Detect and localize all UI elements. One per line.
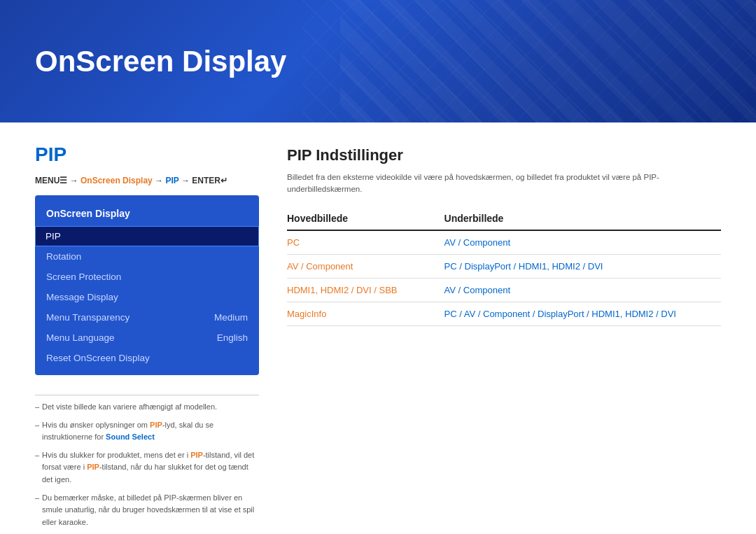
pip-table: Hovedbillede Underbillede PCAV / Compone… [287,209,721,326]
table-row: MagicInfoPC / AV / Component / DisplayPo… [287,302,721,325]
note-3: Hvis du slukker for produktet, mens det … [35,449,259,486]
onscreen-menu-title: OnScreen Display [35,202,259,226]
pip-description: Billedet fra den eksterne videokilde vil… [287,171,721,196]
menu-item-screen-protection[interactable]: Screen Protection [35,267,259,287]
header: OnScreen Display [0,0,756,122]
table-header-row: Hovedbillede Underbillede [287,209,721,230]
arrow1: → [70,176,80,185]
notes-section: Det viste billede kan variere afhængigt … [35,395,259,528]
note2-pip: PIP [150,421,162,429]
col1-header: Hovedbillede [287,209,416,230]
menu-item-menu-language-label: Menu Language [46,332,115,343]
osd-path-label: OnScreen Display [80,176,153,185]
table-row-3-col2: PC / AV / Component / DisplayPort / HDMI… [416,302,721,325]
menu-item-screen-protection-label: Screen Protection [46,272,121,282]
table-row-0-col2: AV / Component [416,230,721,255]
menu-item-menu-transparency[interactable]: Menu Transparency Medium [35,307,259,328]
header-decoration [302,0,756,122]
menu-path: MENU☰ → OnScreen Display → PIP → ENTER↵ [35,176,259,185]
menu-transparency-value: Medium [214,312,248,323]
table-row: HDMI1, HDMI2 / DVI / SBBAV / Component [287,278,721,302]
table-row-2-col2: AV / Component [416,278,721,302]
menu-language-value: English [217,332,248,343]
menu-item-rotation-label: Rotation [46,251,81,262]
table-row-3-col1: MagicInfo [287,302,416,325]
note3-pip1: PIP [190,451,203,459]
table-row: AV / ComponentPC / DisplayPort / HDMI1, … [287,254,721,278]
menu-item-rotation[interactable]: Rotation [35,246,259,267]
arrow3: → [181,176,192,185]
left-panel: PIP MENU☰ → OnScreen Display → PIP → ENT… [35,143,259,534]
menu-item-pip[interactable]: PIP [35,226,259,246]
menu-item-pip-label: PIP [46,231,61,241]
note-1: Det viste billede kan variere afhængigt … [35,401,259,414]
page-title: OnScreen Display [35,45,286,78]
menu-item-message-display[interactable]: Message Display [35,287,259,307]
note-2: Hvis du ønsker oplysninger om PIP-lyd, s… [35,419,259,444]
right-panel: PIP Indstillinger Billedet fra den ekste… [287,143,721,534]
table-row-2-col1: HDMI1, HDMI2 / DVI / SBB [287,278,416,302]
table-row-0-col1: PC [287,230,416,255]
note-4: Du bemærker måske, at billedet på PIP-sk… [35,492,259,529]
pip-indstillinger-title: PIP Indstillinger [287,146,721,164]
content-area: PIP MENU☰ → OnScreen Display → PIP → ENT… [0,122,756,534]
menu-item-reset-onscreen[interactable]: Reset OnScreen Display [35,348,259,368]
menu-item-menu-transparency-label: Menu Transparency [46,312,130,323]
pip-section-title: PIP [35,143,259,166]
table-row: PCAV / Component [287,230,721,255]
arrow2: → [155,176,165,185]
menu-item-message-display-label: Message Display [46,292,118,302]
note3-pip2: PIP [87,463,99,471]
pip-path-label: PIP [165,176,178,185]
menu-item-menu-language[interactable]: Menu Language English [35,328,259,348]
note2-soundselect: Sound Select [106,433,155,441]
menu-icon: ☰ [59,176,67,185]
table-row-1-col1: AV / Component [287,254,416,278]
onscreen-menu: OnScreen Display PIP Rotation Screen Pro… [35,195,259,375]
col2-header: Underbillede [416,209,721,230]
table-row-1-col2: PC / DisplayPort / HDMI1, HDMI2 / DVI [416,254,721,278]
menu-item-reset-onscreen-label: Reset OnScreen Display [46,353,150,363]
menu-label: MENU [35,176,59,185]
enter-label: ENTER↵ [192,176,227,185]
